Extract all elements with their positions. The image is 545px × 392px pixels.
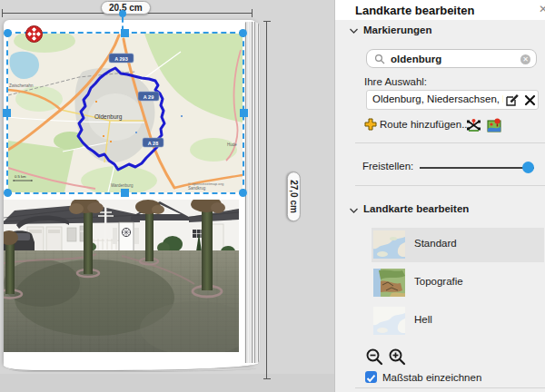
- chevron-down-icon[interactable]: [350, 28, 358, 34]
- panel-close-icon[interactable]: ✕: [539, 3, 545, 15]
- canvas-bottom-strip: [0, 374, 334, 392]
- handle-top-left[interactable]: [4, 29, 12, 37]
- badge-a293: A 293: [109, 54, 134, 63]
- height-measure-tick-top: [263, 21, 271, 22]
- massstab-label: Maßstab einzeichnen: [382, 372, 481, 383]
- freistellen-slider-thumb[interactable]: [522, 162, 534, 173]
- handle-middle-right[interactable]: [240, 109, 248, 117]
- map-marker-icon[interactable]: [487, 117, 502, 132]
- massstab-checkbox[interactable]: [365, 371, 377, 383]
- add-route-row: Route hinzufügen...: [364, 117, 537, 133]
- svg-text:A 29: A 29: [144, 94, 154, 100]
- divider: [355, 387, 545, 388]
- height-measure-line: [266, 21, 267, 378]
- map-label-hude: Hude: [227, 142, 237, 147]
- search-input[interactable]: [391, 51, 509, 66]
- search-clear-icon[interactable]: ✕: [520, 54, 530, 64]
- hell-thumbnail: [373, 307, 405, 335]
- handle-top-right[interactable]: [239, 29, 247, 37]
- page-canvas: 20,5 cm 27,0 cm: [0, 0, 334, 392]
- divider: [355, 142, 545, 143]
- map-attribution: © openstreetmap.org: [188, 181, 224, 186]
- map-element[interactable]: A 293 A 29 A 28 Oldenburg Zwischenahn Hu…: [8, 34, 243, 192]
- plus-icon[interactable]: [364, 118, 377, 131]
- handle-bottom-center[interactable]: [121, 189, 129, 197]
- divider: [355, 185, 545, 186]
- measure-connector: [122, 17, 124, 31]
- check-icon: [365, 372, 377, 384]
- edit-map-panel: Landkarte bearbeiten ✕ Markierungen ✕ Ih…: [334, 0, 545, 392]
- route-points-icon[interactable]: [466, 118, 481, 132]
- measure-anchor-dot: [119, 10, 126, 17]
- zoom-out-icon[interactable]: [365, 348, 383, 366]
- height-measure-label: 27,0 cm: [287, 172, 301, 221]
- style-label: Standard: [414, 238, 457, 249]
- map-editor-window: 20,5 cm 27,0 cm: [0, 0, 545, 392]
- rotate-wheel-icon[interactable]: [25, 25, 43, 43]
- topografie-thumbnail: [373, 269, 405, 297]
- svg-text:0.5 km: 0.5 km: [15, 174, 26, 179]
- width-measure-tick-left: [2, 9, 3, 17]
- height-measure-tick-bottom: [263, 378, 271, 379]
- delete-selection-icon[interactable]: [524, 94, 536, 106]
- map-label-zwischenahn: Zwischenahn: [9, 83, 34, 88]
- style-label: Topografie: [414, 276, 463, 287]
- map-style-topografie[interactable]: Topografie: [372, 266, 544, 300]
- map-style-hell[interactable]: Hell: [372, 304, 544, 338]
- freistellen-slider-track[interactable]: [420, 167, 534, 169]
- freistellen-label: Freistellen:: [362, 161, 413, 172]
- handle-middle-left[interactable]: [3, 109, 11, 117]
- selection-value: Oldenburg, Niedersachsen, D…: [372, 93, 503, 104]
- edit-icon[interactable]: [505, 93, 519, 107]
- search-icon: [374, 54, 385, 64]
- badge-a28: A 28: [143, 138, 164, 147]
- style-label: Hell: [414, 314, 432, 325]
- photo-element[interactable]: [4, 200, 239, 352]
- panel-title: Landkarte bearbeiten: [355, 4, 475, 17]
- section-landkarte[interactable]: Landkarte bearbeiten: [363, 203, 469, 214]
- selection-field[interactable]: Oldenburg, Niedersachsen, D…: [366, 90, 539, 110]
- standard-thumbnail: [373, 230, 405, 259]
- map-label-sandkrug: Sandkrug: [188, 186, 206, 191]
- chevron-down-icon[interactable]: [350, 208, 358, 213]
- map-city-label: Oldenburg: [94, 113, 123, 121]
- svg-text:A 28: A 28: [148, 141, 158, 146]
- auswahl-label: Ihre Auswahl:: [364, 76, 427, 87]
- badge-a29: A 29: [138, 92, 159, 101]
- section-markierungen[interactable]: Markierungen: [363, 24, 431, 35]
- handle-bottom-right[interactable]: [239, 189, 247, 197]
- search-field[interactable]: ✕: [366, 49, 537, 68]
- map-style-standard[interactable]: Standard: [372, 228, 544, 262]
- map-artwork: A 293 A 29 A 28 Oldenburg Zwischenahn Hu…: [8, 34, 243, 192]
- svg-text:A 293: A 293: [114, 56, 127, 62]
- zoom-in-icon[interactable]: [388, 348, 406, 366]
- width-measure-tick-right: [252, 9, 253, 17]
- page-bottom-curl-line: [9, 368, 256, 372]
- add-route-button[interactable]: Route hinzufügen...: [380, 119, 471, 130]
- photo-artwork: [4, 200, 239, 352]
- handle-bottom-left[interactable]: [4, 189, 12, 197]
- map-label-wardenburg: Wardenburg: [111, 183, 134, 188]
